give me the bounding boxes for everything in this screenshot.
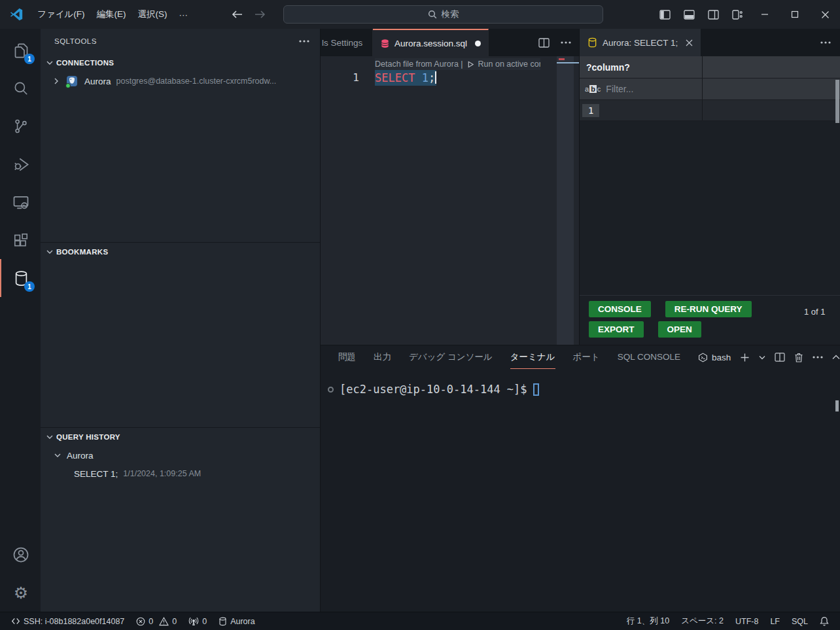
- codelens-bar: Detach file from Aurora | Run on active …: [375, 58, 540, 70]
- maximize-button[interactable]: [780, 0, 810, 29]
- terminal-scrollbar[interactable]: [835, 400, 839, 411]
- activity-explorer[interactable]: 1: [0, 31, 41, 69]
- column-header[interactable]: ?column?: [586, 62, 630, 73]
- console-button[interactable]: CONSOLE: [589, 301, 651, 317]
- text-cursor: [435, 71, 436, 84]
- split-terminal-icon[interactable]: [775, 353, 785, 362]
- problems-indicator[interactable]: 0 0: [130, 612, 183, 630]
- code-number: 1: [422, 71, 429, 84]
- menu-selection[interactable]: 選択(S): [132, 6, 173, 23]
- remote-indicator[interactable]: SSH: i-08b1882a0e0f14087: [5, 612, 130, 630]
- history-entry-query: SELECT 1;: [74, 469, 118, 479]
- close-window-button[interactable]: [810, 0, 840, 29]
- bookmarks-header[interactable]: BOOKMARKS: [41, 243, 320, 261]
- activity-source-control[interactable]: [0, 107, 41, 145]
- bash-icon: [698, 353, 708, 362]
- results-data-row[interactable]: 1: [580, 99, 840, 121]
- maximize-panel-icon[interactable]: [832, 355, 840, 360]
- codelens-run-link[interactable]: Run on active con: [478, 60, 540, 69]
- tab-problems[interactable]: 問題: [338, 345, 356, 369]
- activity-run-debug[interactable]: [0, 145, 41, 183]
- connection-description: postgres@database-1.cluster-cxrcm5rodw..…: [116, 77, 277, 86]
- indentation-indicator[interactable]: スペース: 2: [675, 612, 729, 630]
- toggle-primary-sidebar-icon[interactable]: [653, 10, 677, 20]
- tab-aurora-select-1[interactable]: Aurora: SELECT 1;: [580, 29, 701, 56]
- history-entry[interactable]: SELECT 1; 1/1/2024, 1:09:25 AM: [41, 464, 320, 483]
- eol-indicator[interactable]: LF: [764, 612, 786, 630]
- minimize-button[interactable]: [750, 0, 780, 29]
- search-icon: [428, 10, 437, 19]
- code-line-1: 1 SELECT 1;: [321, 70, 579, 85]
- activity-sqltools[interactable]: 1: [0, 259, 41, 297]
- language-mode-indicator[interactable]: SQL: [786, 612, 814, 630]
- activity-extensions[interactable]: [0, 221, 41, 259]
- command-decoration-icon[interactable]: [328, 387, 334, 393]
- bottom-panel: 問題 出力 デバッグ コンソール ターミナル ポート SQL CONSOLE b…: [321, 345, 840, 612]
- error-icon: [136, 617, 145, 626]
- editor-more-actions-icon[interactable]: [561, 41, 571, 44]
- tab-aurora-session-sql[interactable]: Aurora.session.sql: [373, 29, 489, 56]
- encoding-indicator[interactable]: UTF-8: [729, 612, 764, 630]
- kill-terminal-icon[interactable]: [794, 353, 803, 362]
- editor-tab-bar: ls Settings Aurora.session.sql: [321, 29, 579, 56]
- minimap[interactable]: [557, 56, 574, 345]
- result-cell[interactable]: 1: [582, 104, 599, 117]
- search-input[interactable]: 検索: [283, 5, 603, 24]
- tab-ports[interactable]: ポート: [573, 345, 600, 369]
- menu-edit[interactable]: 編集(E): [91, 6, 132, 23]
- connections-header[interactable]: CONNECTIONS: [41, 54, 320, 72]
- database-status-icon: [219, 617, 227, 626]
- new-terminal-icon[interactable]: [740, 353, 750, 362]
- tab-debug-console[interactable]: デバッグ コンソール: [409, 345, 493, 369]
- terminal-profile-dropdown-icon[interactable]: [759, 355, 765, 360]
- export-button[interactable]: EXPORT: [589, 321, 644, 338]
- terminal-shell-selector[interactable]: bash: [698, 353, 731, 362]
- modified-dot-icon[interactable]: [475, 41, 481, 46]
- close-results-tab-icon[interactable]: [686, 39, 693, 46]
- run-play-icon[interactable]: [467, 61, 474, 68]
- tab-active-label: Aurora.session.sql: [394, 39, 467, 48]
- sql-file-icon: [380, 39, 390, 48]
- results-more-actions-icon[interactable]: [820, 41, 831, 44]
- forward-arrow-icon[interactable]: [254, 10, 266, 19]
- history-group-name: Aurora: [67, 451, 94, 461]
- codelens-detach-link[interactable]: Detach file from Aurora |: [375, 60, 463, 69]
- results-panel: Aurora: SELECT 1;: [580, 29, 840, 345]
- query-history-header[interactable]: QUERY HISTORY: [41, 428, 320, 446]
- rerun-query-button[interactable]: RE-RUN QUERY: [665, 301, 752, 317]
- error-count: 0: [149, 617, 153, 626]
- activity-search[interactable]: [0, 69, 41, 107]
- activity-settings[interactable]: ⚙: [0, 574, 41, 612]
- split-editor-icon[interactable]: [538, 38, 550, 48]
- activity-remote-explorer[interactable]: [0, 183, 41, 221]
- menu-file[interactable]: ファイル(F): [31, 6, 91, 23]
- editor-results-row: ls Settings Aurora.session.sql: [321, 29, 840, 345]
- customize-layout-icon[interactable]: [726, 10, 750, 20]
- activity-account[interactable]: [0, 536, 41, 574]
- ports-indicator[interactable]: 0: [183, 612, 213, 630]
- gear-icon: ⚙: [14, 585, 28, 601]
- sqltools-connection-indicator[interactable]: Aurora: [213, 612, 261, 630]
- connection-item-aurora[interactable]: Aurora postgres@database-1.cluster-cxrcm…: [41, 72, 320, 90]
- notifications-bell-icon[interactable]: [814, 612, 835, 630]
- status-bar: SSH: i-08b1882a0e0f14087 0 0 0 Aurora: [0, 612, 840, 630]
- tab-sql-console[interactable]: SQL CONSOLE: [618, 345, 680, 369]
- toggle-secondary-sidebar-icon[interactable]: [701, 10, 726, 20]
- tab-output[interactable]: 出力: [374, 345, 391, 369]
- panel-more-actions-icon[interactable]: [813, 356, 823, 359]
- extensions-icon: [12, 232, 29, 249]
- history-group-aurora[interactable]: Aurora: [41, 446, 320, 464]
- editor-content[interactable]: Detach file from Aurora | Run on active …: [321, 56, 579, 345]
- results-scrollbar[interactable]: [835, 80, 839, 123]
- workbench-main: 1: [0, 29, 840, 612]
- cursor-position-indicator[interactable]: 行 1、列 10: [621, 612, 675, 630]
- open-button[interactable]: OPEN: [658, 321, 701, 338]
- tab-terminal[interactable]: ターミナル: [510, 345, 555, 369]
- terminal-content[interactable]: [ec2-user@ip-10-0-14-144 ~]$: [321, 369, 840, 612]
- menu-more[interactable]: ···: [173, 7, 194, 22]
- back-arrow-icon[interactable]: [232, 10, 243, 19]
- toggle-panel-icon[interactable]: [677, 10, 701, 20]
- sidebar-more-actions-icon[interactable]: [299, 40, 309, 43]
- filter-input[interactable]: [606, 84, 684, 94]
- tab-sqltools-settings[interactable]: ls Settings: [321, 29, 373, 56]
